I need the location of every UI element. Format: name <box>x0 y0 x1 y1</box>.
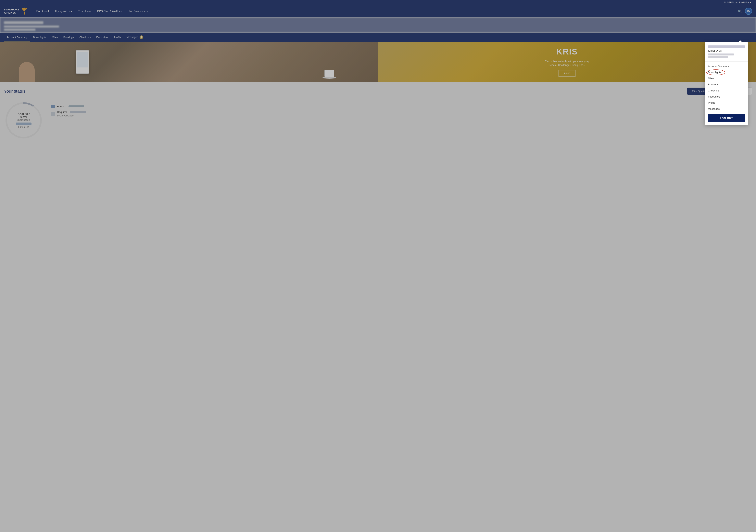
earned-value-bar <box>68 105 84 107</box>
status-content: KrisFlyer Silver qualification Elite mil… <box>4 101 752 140</box>
account-nav-bookings[interactable]: Bookings <box>61 33 77 41</box>
coffee-cup <box>324 70 334 78</box>
circle-number-bar <box>16 122 32 125</box>
hero-blur-line1 <box>4 21 43 24</box>
hero-blurred-section <box>0 17 756 33</box>
locale-bar: AUSTRALIA - ENGLISH ▾ <box>0 0 756 5</box>
dd-book-flights[interactable]: Book flights <box>705 69 748 75</box>
dd-book-flights-wrapper: Book flights <box>705 69 748 75</box>
coffee-area <box>324 66 340 78</box>
dd-check-ins[interactable]: Check-ins <box>705 88 748 94</box>
dd-favourites[interactable]: Favourites <box>705 94 748 100</box>
locale-text: AUSTRALIA - ENGLISH <box>724 1 749 4</box>
circle-inner: KrisFlyer Silver qualification Elite mil… <box>14 112 34 128</box>
circle-miles-label: Elite miles <box>14 126 34 128</box>
dd-bookings[interactable]: Bookings <box>705 81 748 88</box>
required-date: by 29 Feb 2020 <box>57 114 752 117</box>
miles-required-row: Required: by 29 Feb 2020 <box>51 111 752 117</box>
account-nav-bar: Account Summary Book flights Miles Booki… <box>0 33 756 42</box>
nav-right: 🔍 ID <box>738 8 752 15</box>
coffee-saucer <box>322 77 336 79</box>
banner-photo-inner <box>0 42 378 82</box>
phone-screen <box>77 52 88 67</box>
dropdown-user-info: KRISFLYER <box>705 42 748 60</box>
main-nav: SINGAPORE AIRLINES Plan travel Flying wi… <box>0 5 756 17</box>
user-id-button[interactable]: ID <box>745 8 752 15</box>
circle-progress-container: KrisFlyer Silver qualification Elite mil… <box>4 101 43 140</box>
dropdown-sub-bar1 <box>708 54 734 56</box>
logout-button[interactable]: LOG OUT <box>708 114 745 122</box>
banner-kris-title: KRIS <box>556 47 578 57</box>
account-nav-book-flights[interactable]: Book flights <box>30 33 49 41</box>
status-section: Your status Elite Qualification PPS Club… <box>0 82 756 146</box>
banner-photo <box>0 42 378 82</box>
banner-right: KRIS Earn miles instantly with your ever… <box>378 42 756 82</box>
dropdown-membership-label: KRISFLYER <box>708 49 745 52</box>
nav-plan-travel[interactable]: Plan travel <box>36 10 49 13</box>
account-nav-favourites[interactable]: Favourites <box>94 33 111 41</box>
logo-text: SINGAPORE AIRLINES <box>4 8 19 14</box>
user-dropdown-popup: KRISFLYER Account Summary Book flights M… <box>705 42 748 125</box>
required-label: Required: <box>57 111 68 114</box>
circle-tier-sublabel: qualification <box>14 118 34 121</box>
dropdown-sub-bar2 <box>708 56 728 58</box>
phone-mockup <box>76 50 89 74</box>
logo-area[interactable]: SINGAPORE AIRLINES <box>4 7 28 15</box>
dropdown-name-bar <box>708 45 745 48</box>
required-value-bar <box>70 111 86 113</box>
nav-for-businesses[interactable]: For Businesses <box>128 10 148 13</box>
messages-badge: 1 <box>140 36 143 39</box>
account-nav-check-ins[interactable]: Check-ins <box>77 33 94 41</box>
status-title: Your status <box>4 89 25 94</box>
account-nav-miles[interactable]: Miles <box>49 33 61 41</box>
nav-travel-info[interactable]: Travel info <box>78 10 91 13</box>
locale-chevron: ▾ <box>750 1 751 4</box>
hand-illustration <box>19 62 35 82</box>
required-color-box <box>51 112 55 115</box>
miles-earned-row: Earned: <box>51 105 752 108</box>
dd-profile[interactable]: Profile <box>705 100 748 106</box>
dd-messages[interactable]: Messages <box>705 106 748 112</box>
nav-pps-krisflyer[interactable]: PPS Club / KrisFlyer <box>97 10 122 13</box>
logo-crane-icon <box>21 7 28 15</box>
banner-subtitle: Earn miles instantly with your everyday … <box>545 60 589 67</box>
dd-account-summary[interactable]: Account Summary <box>705 63 748 69</box>
circle-tier-label: KrisFlyer Silver <box>14 112 34 118</box>
miles-info: Earned: Required: by 29 Feb 2020 <box>51 101 752 119</box>
nav-flying-with-us[interactable]: Flying with us <box>55 10 72 13</box>
account-nav-account-summary[interactable]: Account Summary <box>4 33 30 42</box>
nav-links: Plan travel Flying with us Travel info P… <box>36 10 738 13</box>
banner-find-button[interactable]: FIND <box>558 70 576 77</box>
search-icon[interactable]: 🔍 <box>738 10 742 13</box>
svg-rect-0 <box>24 12 25 14</box>
required-info: Required: by 29 Feb 2020 <box>57 111 752 117</box>
earned-color-box <box>51 105 55 108</box>
dd-miles[interactable]: Miles <box>705 75 748 81</box>
earned-label: Earned: <box>57 105 66 108</box>
account-nav-profile[interactable]: Profile <box>111 33 124 41</box>
banner-section: KRIS Earn miles instantly with your ever… <box>0 42 756 82</box>
hero-blur-line3 <box>4 29 36 31</box>
account-nav-messages[interactable]: Messages 1 <box>124 33 146 42</box>
status-header: Your status Elite Qualification PPS Club… <box>4 88 752 95</box>
hero-blur-line2 <box>4 26 59 28</box>
